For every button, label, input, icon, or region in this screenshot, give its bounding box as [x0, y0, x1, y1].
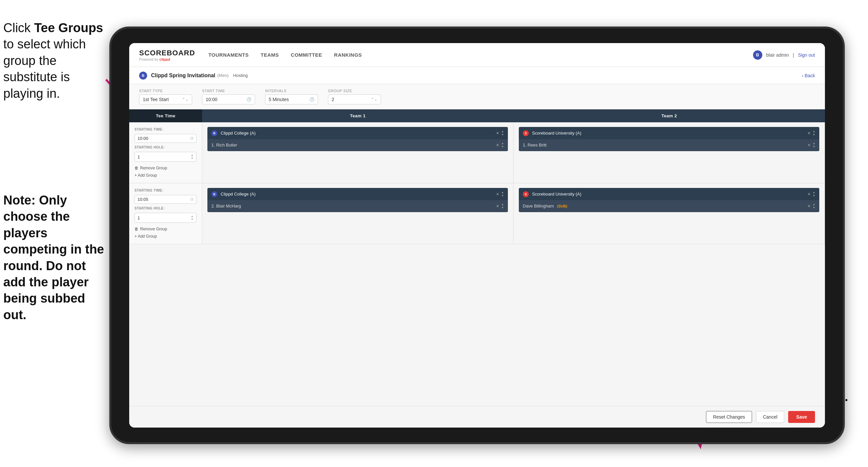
- start-time-group: Start Time 10:00 🕐: [202, 89, 255, 105]
- start-time-input[interactable]: 10:00 🕐: [202, 94, 255, 105]
- trash-icon-1: 🗑: [134, 166, 138, 170]
- team1-cell-2: B Clippd College (A) ✕ ▲▼ 2. Blair McHar…: [202, 183, 514, 244]
- team2-entry-2: S Scoreboard University (A) ✕ ▲▼: [519, 188, 819, 212]
- hosting-badge: Hosting: [233, 73, 248, 78]
- nav-teams[interactable]: TEAMS: [261, 51, 279, 59]
- player-controls-2-2: ✕ ▲▼: [807, 203, 815, 209]
- player-arrows-2-2[interactable]: ▲▼: [813, 203, 815, 209]
- group-size-label: Group Size: [328, 89, 381, 93]
- tournament-gender: (Men): [217, 73, 228, 78]
- table-header: Tee Time Team 1 Team 2: [129, 109, 825, 122]
- team2-cell-1: S Scoreboard University (A) ✕ ▲▼ 1. Rees…: [514, 122, 825, 183]
- team2-remove-icon-2[interactable]: ✕: [807, 192, 811, 197]
- hole-spin-icon-2: ▲▼: [191, 215, 193, 221]
- nav-rankings[interactable]: RANKINGS: [334, 51, 362, 59]
- player-arrows-1-1[interactable]: ▲▼: [501, 142, 504, 148]
- back-button[interactable]: ‹ Back: [802, 73, 815, 78]
- team1-entry-2: B Clippd College (A) ✕ ▲▼ 2. Blair McHar…: [207, 188, 508, 212]
- team2-remove-icon-1[interactable]: ✕: [807, 131, 811, 136]
- time-spin-icon-1: 🕐: [190, 137, 193, 140]
- team2-arrows-2[interactable]: ▲▼: [813, 191, 815, 197]
- team1-remove-icon-1[interactable]: ✕: [496, 131, 499, 136]
- admin-badge: B: [753, 50, 762, 60]
- starting-hole-input-1[interactable]: 1 ▲▼: [134, 152, 196, 162]
- sub-badge: (SUB): [557, 204, 567, 208]
- player-remove-icon-2-2[interactable]: ✕: [807, 204, 811, 208]
- starting-time-input-2[interactable]: 10:05 🕐: [134, 195, 196, 204]
- team1-arrows-2[interactable]: ▲▼: [501, 191, 504, 197]
- team1-arrows-1[interactable]: ▲▼: [501, 130, 504, 136]
- player-remove-icon-2-1[interactable]: ✕: [807, 143, 811, 147]
- add-group-button-2[interactable]: + Add Group: [134, 234, 196, 239]
- time-spin-icon-2: 🕐: [190, 198, 193, 201]
- list-item: 1. Rich Butler ✕ ▲▼: [207, 139, 508, 151]
- intervals-clock-icon: 🕐: [309, 97, 314, 102]
- sub-nav-logo: B: [139, 71, 147, 80]
- team1-header-1: B Clippd College (A) ✕ ▲▼: [207, 127, 508, 139]
- team2-header-1: S Scoreboard University (A) ✕ ▲▼: [519, 127, 819, 139]
- start-type-group: Start Type 1st Tee Start ⌃⌄: [139, 89, 192, 105]
- group-controls-2: STARTING TIME: 10:05 🕐 STARTING HOLE: 1 …: [129, 183, 202, 244]
- team1-entry-1: B Clippd College (A) ✕ ▲▼ 1. Rich Butler: [207, 127, 508, 151]
- logo-clippd: clippd: [159, 57, 170, 61]
- team2-header-2: S Scoreboard University (A) ✕ ▲▼: [519, 188, 819, 200]
- nav-separator: |: [793, 52, 794, 58]
- th-team1: Team 1: [202, 109, 514, 122]
- player-remove-icon-1-2[interactable]: ✕: [496, 204, 499, 208]
- nav-tournaments[interactable]: TOURNAMENTS: [208, 51, 249, 59]
- team1-controls-2: ✕ ▲▼: [496, 191, 504, 197]
- player-remove-icon-1-1[interactable]: ✕: [496, 143, 499, 147]
- reset-changes-button[interactable]: Reset Changes: [706, 411, 752, 423]
- logo-area: SCOREBOARD Powered by clippd: [139, 49, 195, 61]
- add-group-button-1[interactable]: + Add Group: [134, 173, 196, 178]
- instruction-main: Click Tee Groups to select which group t…: [3, 20, 106, 102]
- tablet-frame: SCOREBOARD Powered by clippd TOURNAMENTS…: [109, 27, 845, 444]
- bottom-bar: Reset Changes Cancel Save: [129, 406, 825, 428]
- starting-hole-input-2[interactable]: 1 ▲▼: [134, 213, 196, 223]
- team2-dot-1: S: [523, 130, 529, 136]
- player-controls-1-2: ✕ ▲▼: [496, 203, 504, 209]
- list-item: Dave Billingham (SUB) ✕ ▲▼: [519, 200, 819, 212]
- start-time-clock-icon: 🕐: [247, 97, 251, 102]
- group-size-arrow-icon: ⌃⌄: [371, 97, 377, 102]
- team2-arrows-1[interactable]: ▲▼: [813, 130, 815, 136]
- top-nav: SCOREBOARD Powered by clippd TOURNAMENTS…: [129, 43, 825, 67]
- player-arrows-1-2[interactable]: ▲▼: [501, 203, 504, 209]
- start-type-label: Start Type: [139, 89, 192, 93]
- list-item: 2. Blair McHarg ✕ ▲▼: [207, 200, 508, 212]
- team2-name-2: Scoreboard University (A): [532, 192, 804, 197]
- player-controls-1-1: ✕ ▲▼: [496, 142, 504, 148]
- starting-time-input-1[interactable]: 10:00 🕐: [134, 134, 196, 143]
- table-row: STARTING TIME: 10:05 🕐 STARTING HOLE: 1 …: [129, 183, 825, 244]
- tee-groups-bold: Tee Groups: [34, 21, 103, 35]
- team2-cell-2: S Scoreboard University (A) ✕ ▲▼: [514, 183, 825, 244]
- player-name-1-2: 2. Blair McHarg: [211, 204, 493, 208]
- remove-group-button-2[interactable]: 🗑 Remove Group: [134, 227, 196, 231]
- hole-spin-icon-1: ▲▼: [191, 154, 193, 160]
- logo-powered: Powered by clippd: [139, 57, 195, 61]
- save-button[interactable]: Save: [788, 411, 815, 423]
- th-team2: Team 2: [514, 109, 825, 122]
- table-row: STARTING TIME: 10:00 🕐 STARTING HOLE: 1 …: [129, 122, 825, 183]
- intervals-label: Intervals: [265, 89, 318, 93]
- cancel-button[interactable]: Cancel: [756, 411, 784, 423]
- player-arrows-2-1[interactable]: ▲▼: [813, 142, 815, 148]
- group-size-group: Group Size 2 ⌃⌄: [328, 89, 381, 105]
- start-type-input[interactable]: 1st Tee Start ⌃⌄: [139, 94, 192, 105]
- trash-icon-2: 🗑: [134, 227, 138, 231]
- intervals-input[interactable]: 5 Minutes 🕐: [265, 94, 318, 105]
- admin-name: blair admin: [766, 52, 789, 58]
- sign-out-link[interactable]: Sign out: [798, 52, 815, 58]
- team1-name-2: Clippd College (A): [221, 192, 493, 197]
- starting-time-label-1: STARTING TIME:: [134, 127, 196, 131]
- group-size-input[interactable]: 2 ⌃⌄: [328, 94, 381, 105]
- sub-nav: B Clippd Spring Invitational (Men) Hosti…: [129, 67, 825, 84]
- team1-remove-icon-2[interactable]: ✕: [496, 192, 499, 197]
- player-controls-2-1: ✕ ▲▼: [807, 142, 815, 148]
- remove-group-button-1[interactable]: 🗑 Remove Group: [134, 166, 196, 170]
- team2-controls-2: ✕ ▲▼: [807, 191, 815, 197]
- start-time-label: Start Time: [202, 89, 255, 93]
- nav-right: B blair admin | Sign out: [753, 50, 815, 60]
- nav-committee[interactable]: COMMITTEE: [291, 51, 322, 59]
- groups-container: STARTING TIME: 10:00 🕐 STARTING HOLE: 1 …: [129, 122, 825, 406]
